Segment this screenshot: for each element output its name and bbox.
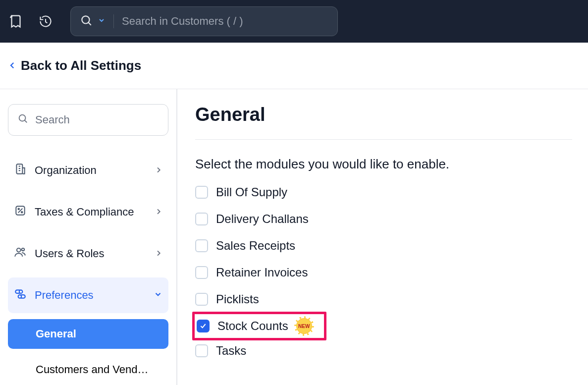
module-row-stock-counts[interactable]: Stock Counts NEW [195,319,572,333]
body: Search Organization [0,89,588,385]
module-label: Retainer Invoices [216,266,308,279]
sidebar-item-organization[interactable]: Organization [8,153,168,188]
sidebar-item-label: Taxes & Compliance [35,206,134,219]
checkbox[interactable] [195,239,208,252]
checkbox[interactable] [195,266,208,279]
sidebar-item-label: Preferences [35,289,94,302]
main-content: General Select the modules you would lik… [177,89,588,385]
svg-point-0 [82,16,89,23]
sidebar-item-label: Users & Roles [35,247,105,260]
svg-point-5 [21,212,23,213]
chevron-right-icon [155,247,162,260]
chevron-down-icon [98,16,106,26]
checkbox[interactable] [195,344,208,357]
back-link-label: Back to All Settings [21,58,141,73]
chevron-right-icon [155,164,162,177]
chevron-down-icon [154,289,162,302]
sliders-icon [14,287,27,303]
svg-rect-2 [16,164,22,174]
sidebar-sub-customers[interactable]: Customers and Vend… [8,355,168,385]
back-to-settings-link[interactable]: Back to All Settings [8,58,141,73]
app-logo-icon[interactable] [6,11,26,31]
settings-sidebar: Search Organization [0,89,177,385]
module-label: Picklists [216,292,259,306]
checkbox[interactable] [195,293,208,306]
sidebar-item-label: Organization [35,164,97,177]
svg-point-9 [19,290,23,293]
svg-point-7 [22,248,24,251]
divider [113,14,114,28]
module-row-bill-of-supply[interactable]: Bill Of Supply [195,185,572,200]
checkbox[interactable] [195,186,208,199]
svg-point-1 [19,115,26,121]
percent-icon [14,204,27,220]
topbar: Search in Customers ( / ) [0,0,588,43]
chevron-left-icon [8,58,17,73]
module-label: Delivery Challans [216,212,309,226]
sidebar-sub-label: Customers and Vend… [36,363,148,376]
module-row-sales-receipts[interactable]: Sales Receipts [195,238,572,253]
sidebar-item-preferences[interactable]: Preferences [8,277,168,313]
module-label: Bill Of Supply [216,185,287,199]
module-row-picklists[interactable]: Picklists [195,292,572,307]
module-row-delivery-challans[interactable]: Delivery Challans [195,212,572,226]
search-placeholder: Search in Customers ( / ) [122,15,243,28]
module-label: Tasks [216,344,246,358]
page-title: General [195,104,572,140]
module-row-tasks[interactable]: Tasks [195,343,572,358]
search-icon [17,113,28,127]
page-subtitle: Select the modules you would like to ena… [195,157,572,172]
checkbox[interactable] [195,213,208,225]
sidebar-item-users[interactable]: Users & Roles [8,236,168,272]
module-label: Sales Receipts [216,239,295,253]
new-badge-icon: NEW [296,318,312,334]
history-icon[interactable] [36,11,55,31]
highlight-box: Stock Counts NEW [192,312,326,340]
sidebar-search-placeholder: Search [35,113,70,126]
svg-point-4 [18,208,19,210]
svg-point-11 [18,295,22,298]
sidebar-sub-label: General [36,328,76,340]
users-icon [14,246,27,262]
sidebar-item-taxes[interactable]: Taxes & Compliance [8,194,168,230]
global-search[interactable]: Search in Customers ( / ) [70,6,338,36]
sidebar-search[interactable]: Search [8,104,168,136]
back-row: Back to All Settings [0,43,588,89]
module-row-retainer-invoices[interactable]: Retainer Invoices [195,265,572,280]
module-label: Stock Counts [217,319,288,333]
chevron-right-icon [155,206,162,219]
search-icon [80,14,93,29]
sidebar-sub-general[interactable]: General [8,319,168,349]
building-icon [14,163,27,178]
svg-point-6 [17,248,21,252]
checkbox[interactable] [197,320,210,332]
